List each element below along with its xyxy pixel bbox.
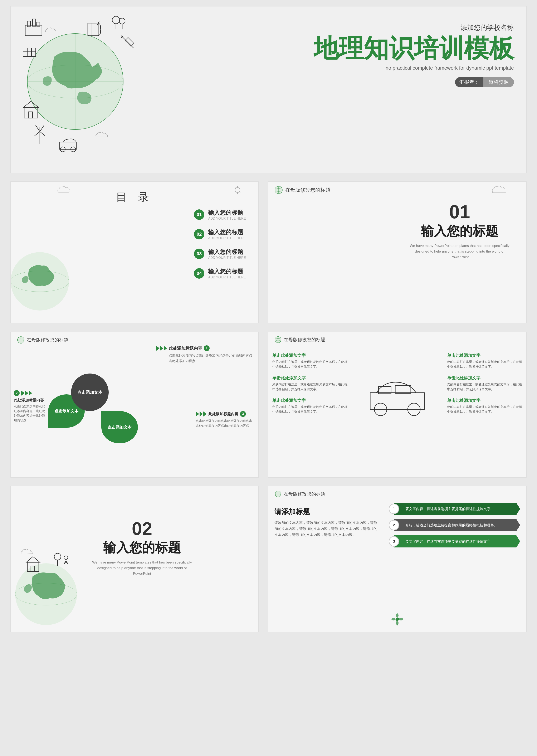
svg-rect-72 <box>370 393 424 409</box>
add-title-7: 请添加标题 <box>274 507 379 517</box>
svg-point-96 <box>395 617 399 621</box>
circle-1: 1 <box>389 504 399 514</box>
circle-2: 2 <box>389 520 399 530</box>
svg-rect-23 <box>24 107 38 118</box>
arrow-list-7: 1 要文字内容，描述当前选项主要提案的描述性提炼文字 2 介绍，描述当前选项主要… <box>391 503 520 552</box>
section-title-3: 输入您的标题 <box>410 222 510 240</box>
deco-cloud-2 <box>57 185 71 194</box>
svg-point-86 <box>64 556 68 560</box>
svg-rect-26 <box>88 23 98 36</box>
bubble-dark: 点击添加文本 <box>71 373 109 411</box>
svg-point-97 <box>396 613 398 617</box>
globe-doodle-6 <box>15 544 88 628</box>
left-col-5: 单击此处添加文字 您的内容打在这里，或者通过复制您的文本后，在此框中选择粘贴，并… <box>272 353 348 420</box>
bubble-cluster: 点击添加文本 点击添加文本 点击添加文本 <box>44 365 152 440</box>
left-item-3: 单击此处添加文字 您的内容打在这里，或者通过复制您的文本后，在此框中选择粘贴，并… <box>272 398 348 414</box>
item2-text: 点击此处添加内容点此处添加内容点击此处此处添加内容点击此处添加内容点 <box>14 404 47 423</box>
add-desc-7: 请添加的文本内容，请添加的文本内容，请添加的文本内容，请添加的文本内容，请添加的… <box>274 520 379 538</box>
svg-point-100 <box>399 618 403 620</box>
deco-sun-2 <box>225 186 242 196</box>
svg-point-99 <box>392 618 395 620</box>
reporter-badge: 汇报者： 道格资源 <box>455 77 514 87</box>
svg-point-10 <box>112 16 120 24</box>
reporter-name: 道格资源 <box>483 77 514 87</box>
toc-text-2: 输入您的标题 ADD YOUR TITLE HERE <box>208 229 246 240</box>
arrow-text-3: 要文字内容，描述当前选项主要提案的描述性提炼文字 <box>394 535 520 547</box>
section-content-6: 02 输入您的标题 We have many PowerPoint templa… <box>90 520 194 577</box>
globe-container-1 <box>17 11 152 167</box>
toc-title: 目 录 <box>11 182 258 205</box>
globe-icon-7 <box>274 490 282 498</box>
toc-item-3: 03 输入您的标题 ADD YOUR TITLE HERE <box>194 248 246 260</box>
left-item-1: 单击此处添加文字 您的内容打在这里，或者通过复制您的文本后，在此框中选择粘贴，并… <box>272 353 348 369</box>
slide-3-header-title: 在母版修改您的标题 <box>285 187 330 193</box>
slide-1: 添加您的学校名称 地理知识培训模板 no practical complete … <box>11 6 526 173</box>
toc-text-4: 输入您的标题 ADD YOUR TITLE HERE <box>208 268 246 279</box>
slide-5-header-title: 在母版修改您的标题 <box>284 337 325 343</box>
item1-title: 此处添加标题内容 <box>169 346 202 351</box>
arrow-item-2: 2 介绍，描述当前选项主要提案和效果的最终性概括和凝炼。 <box>391 519 520 531</box>
globe-left-2 <box>11 240 73 323</box>
main-title: 地理知识培训模板 <box>314 34 514 62</box>
slide-6: 02 输入您的标题 We have many PowerPoint templa… <box>11 486 259 632</box>
right-col-5: 单击此处添加文字 您的内容打在这里，或者通过复制您的文本后，在此框中选择粘贴，并… <box>447 353 522 420</box>
section-num-6: 02 <box>90 520 194 538</box>
right-item-2: 单击此处添加文字 您的内容打在这里，或者通过复制您的文本后，在此框中选择粘贴，并… <box>447 375 522 392</box>
section-desc-6: We have many PowerPoint templates that h… <box>90 560 194 577</box>
item1-text: 点击此处添加内容点击此处添加内容点击此处添加内容点击此处添加内容点 <box>156 353 252 363</box>
reporter-label: 汇报者： <box>455 77 483 87</box>
subtitle: no practical complete framework for dyna… <box>314 65 514 71</box>
car-illustration <box>366 376 429 419</box>
slide-2: 目 录 01 输入您的标题 ADD YOUR TITLE HERE 02 输入您… <box>11 182 259 323</box>
toc-num-2: 02 <box>194 229 204 239</box>
globe-icon-3 <box>274 186 283 194</box>
globe-svg-6 <box>15 544 88 628</box>
slide-4-header: 在母版修改您的标题 <box>11 332 258 344</box>
svg-line-19 <box>36 125 40 132</box>
svg-point-35 <box>235 188 240 192</box>
toc-num-4: 04 <box>194 268 204 279</box>
right-item-1: 单击此处添加文字 您的内容打在这里，或者通过复制您的文本后，在此框中选择粘贴，并… <box>447 353 522 369</box>
svg-line-41 <box>239 192 240 193</box>
slide-7-left-block: 请添加标题 请添加的文本内容，请添加的文本内容，请添加的文本内容，请添加的文本内… <box>274 507 379 538</box>
globe-svg-2 <box>11 240 69 319</box>
circle-3: 3 <box>389 536 399 547</box>
globe-illustration-1 <box>17 11 146 161</box>
svg-rect-31 <box>125 38 134 46</box>
left-item-2: 单击此处添加文字 您的内容打在这里，或者通过复制您的文本后，在此框中选择粘贴，并… <box>272 375 348 392</box>
toc-item-2: 02 输入您的标题 ADD YOUR TITLE HERE <box>194 229 246 240</box>
item1-block: 此处添加标题内容 1 点击此处添加内容点击此处添加内容点击此处添加内容点击此处添… <box>156 345 252 363</box>
toc-item-4: 04 输入您的标题 ADD YOUR TITLE HERE <box>194 268 246 279</box>
globe-icon-4 <box>17 336 25 344</box>
svg-line-20 <box>40 125 44 132</box>
arrow-text-2: 介绍，描述当前选项主要提案和效果的最终性概括和凝炼。 <box>394 519 520 531</box>
arrow-item-3: 3 要文字内容，描述当前选项主要提案的描述性提炼文字 <box>391 535 520 547</box>
item3-block: 此处添加标题内容 3 点击此处添加内容点击此处添加内容点击此处此处添加内容点击此… <box>196 411 254 428</box>
bubble-green-right: 点击添加文本 <box>102 411 138 443</box>
svg-rect-25 <box>28 112 32 118</box>
item3-text: 点击此处添加内容点击此处添加内容点击此处此处添加内容点击此处添加内容点 <box>196 419 254 428</box>
slide-3-header: 在母版修改您的标题 <box>268 182 526 194</box>
globe-icon-5 <box>274 336 282 343</box>
item2-block: 2 此处添加标题内容 点击此处添加内容点此处添加内容点击此处此处添加内容点击此处… <box>14 390 47 423</box>
slide-1-right-content: 添加您的学校名称 地理知识培训模板 no practical complete … <box>314 23 514 87</box>
toc-num-3: 03 <box>194 249 204 259</box>
svg-line-29 <box>121 36 134 48</box>
slide-4: 在母版修改您的标题 此处添加标题内容 1 点击此处添加内容点击此处添加内容点击此… <box>11 332 259 478</box>
slide-5-header: 在母版修改您的标题 <box>268 332 526 343</box>
svg-line-40 <box>235 187 236 188</box>
toc-num-1: 01 <box>194 209 204 220</box>
svg-rect-13 <box>23 48 36 57</box>
car-svg <box>366 376 429 418</box>
item3-title: 此处添加标题内容 <box>208 411 238 416</box>
svg-point-85 <box>54 553 61 560</box>
slide-4-header-title: 在母版修改您的标题 <box>27 337 68 343</box>
slide-7-header-title: 在母版修改您的标题 <box>284 491 325 497</box>
school-name: 添加您的学校名称 <box>314 23 514 32</box>
arrow-text-1: 要文字内容，描述当前选项主要提案的描述性提炼文字 <box>394 503 520 515</box>
deco-cloud-3 <box>491 185 506 194</box>
slide-7-header: 在母版修改您的标题 <box>268 486 526 498</box>
flower-deco-7 <box>391 613 403 625</box>
svg-rect-5 <box>25 25 42 36</box>
right-item-3: 单击此处添加文字 您的内容打在这里，或者通过复制您的文本后，在此框中选择粘贴，并… <box>447 398 522 414</box>
